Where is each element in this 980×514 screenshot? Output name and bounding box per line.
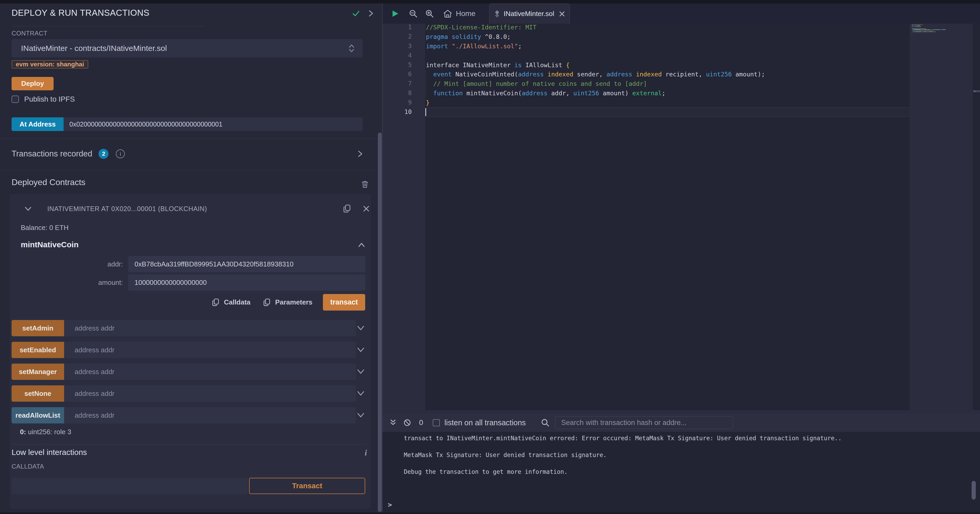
terminal-clear-icon[interactable]	[403, 419, 411, 427]
balance-label: Balance: 0 ETH	[21, 224, 68, 232]
chevron-down-icon[interactable]	[356, 347, 365, 353]
code-editor[interactable]: 12345678910 //SPDX-License-Identifier: M…	[383, 24, 980, 410]
tab-home-label: Home	[456, 10, 476, 18]
terminal-prompt[interactable]: >	[388, 501, 392, 509]
solidity-file-icon	[494, 10, 501, 18]
copy-icon	[212, 298, 220, 307]
code-lines: //SPDX-License-Identifier: MITpragma sol…	[426, 22, 911, 117]
function-name: mintNativeCoin	[21, 240, 78, 249]
function-result: 0: uint256: role 3	[20, 428, 71, 436]
contract-label: CONTRACT	[11, 30, 48, 37]
tab-home[interactable]: Home	[439, 3, 480, 24]
at-address-button[interactable]: At Address	[11, 117, 64, 131]
copy-parameters-button[interactable]: Parameters	[263, 298, 312, 307]
arg-label-amount: amount:	[11, 279, 126, 287]
arg-label-addr: addr:	[11, 260, 126, 268]
setAdmin-input[interactable]: address addr	[64, 320, 356, 336]
editor-area: Home INativeMinter.sol 12345678910 //SPD…	[383, 3, 980, 410]
result-text: uint256: role 3	[26, 428, 71, 436]
zoom-out-icon[interactable]	[409, 9, 418, 18]
transactions-count-badge: 2	[99, 149, 108, 159]
function-row-setAdmin: setAdminaddress addr	[11, 320, 365, 336]
minimap-line	[912, 28, 971, 28]
panel-title: DEPLOY & RUN TRANSACTIONS	[11, 8, 150, 18]
chevron-down-icon[interactable]	[356, 325, 365, 331]
chevron-up-icon[interactable]	[358, 241, 366, 248]
transactions-recorded-label: Transactions recorded	[11, 149, 92, 159]
panel-scrollbar[interactable]	[378, 133, 382, 512]
minimap[interactable]	[910, 24, 973, 410]
line-number: 4	[383, 51, 412, 60]
deployed-contracts-header: Deployed Contracts	[11, 178, 369, 189]
calldata-input[interactable]	[11, 478, 248, 494]
setEnabled-button[interactable]: setEnabled	[11, 342, 64, 358]
tab-file-active[interactable]: INativeMinter.sol	[489, 3, 570, 24]
close-icon[interactable]	[363, 205, 370, 213]
copy-calldata-label: Calldata	[224, 298, 250, 306]
setManager-button[interactable]: setManager	[11, 363, 64, 380]
code-line	[426, 107, 911, 117]
arg-input-amount[interactable]: 1000000000000000000	[128, 274, 365, 290]
divider	[11, 26, 204, 26]
transact-button[interactable]: transact	[323, 294, 365, 311]
terminal-log-line: MetaMask Tx Signature: User denied trans…	[404, 451, 842, 468]
editor-scrollbar[interactable]	[973, 24, 980, 410]
readAllowList-input[interactable]: address addr	[64, 407, 356, 424]
setManager-input[interactable]: address addr	[64, 363, 356, 380]
code-line: interface INativeMinter is IAllowList {	[426, 60, 911, 70]
check-icon	[352, 10, 360, 17]
low-level-transact-button[interactable]: Transact	[249, 478, 365, 494]
run-script-icon[interactable]	[391, 10, 399, 17]
terminal-area: 0 listen on all transactions Search with…	[383, 414, 980, 512]
deploy-button[interactable]: Deploy	[11, 77, 54, 90]
publish-ipfs-row: Publish to IPFS	[11, 95, 75, 103]
copy-icon[interactable]	[343, 204, 351, 213]
publish-ipfs-label: Publish to IPFS	[24, 95, 75, 103]
terminal-search-input[interactable]: Search with transaction hash or addre...	[555, 416, 733, 429]
tab-close-icon[interactable]	[557, 11, 565, 17]
copy-icon	[263, 298, 271, 307]
function-row-setManager: setManageraddress addr	[11, 363, 365, 380]
at-address-group: At Address 0x020000000000000000000000000…	[11, 117, 363, 131]
line-number: 10	[383, 107, 412, 117]
contract-select-value: INativeMinter - contracts/INativeMinter.…	[21, 44, 348, 53]
transact-action-row: Calldata Parameters transact	[11, 294, 365, 311]
contract-instance-header[interactable]: INATIVEMINTER AT 0X020...00001 (BLOCKCHA…	[14, 202, 371, 215]
zoom-in-icon[interactable]	[425, 9, 434, 18]
contract-instance-title: INATIVEMINTER AT 0X020...00001 (BLOCKCHA…	[47, 205, 207, 213]
arg-row-addr: addr: 0xB78cbAa319ffBD899951AA30D4320f58…	[11, 256, 365, 272]
readAllowList-button[interactable]: readAllowList	[11, 407, 64, 424]
home-icon	[443, 10, 452, 18]
setAdmin-button[interactable]: setAdmin	[11, 320, 64, 336]
minimap-line	[912, 29, 971, 29]
setNone-button[interactable]: setNone	[11, 386, 64, 401]
deploy-run-panel: DEPLOY & RUN TRANSACTIONS CONTRACT INati…	[0, 3, 382, 512]
chevron-down-icon[interactable]	[356, 390, 365, 397]
function-header: mintNativeCoin	[21, 240, 366, 249]
low-level-input-row: Transact	[11, 478, 365, 494]
divider	[0, 170, 382, 170]
chevron-right-icon[interactable]	[356, 150, 364, 157]
at-address-input[interactable]: 0x02000000000000000000000000000000000000…	[64, 117, 363, 131]
trash-icon[interactable]	[361, 180, 369, 189]
code-line: pragma solidity ^0.8.0;	[426, 32, 911, 41]
contract-select[interactable]: INativeMinter - contracts/INativeMinter.…	[11, 39, 363, 57]
chevron-right-icon[interactable]	[367, 10, 375, 17]
chevron-down-icon[interactable]	[356, 412, 365, 419]
editor-bottom-strip	[383, 410, 980, 414]
remix-ide-app: DEPLOY & RUN TRANSACTIONS CONTRACT INati…	[0, 0, 980, 514]
editor-scrollbar-thumb[interactable]	[973, 90, 980, 92]
minimap-code	[912, 24, 971, 35]
chevron-down-icon[interactable]	[356, 368, 365, 375]
terminal-expand-icon[interactable]	[389, 419, 397, 427]
minimap-line	[912, 32, 971, 32]
chevron-down-icon[interactable]	[24, 205, 32, 213]
low-level-header: Low level interactions i	[11, 448, 367, 458]
setEnabled-input[interactable]: address addr	[64, 342, 356, 358]
listen-transactions-checkbox[interactable]	[433, 419, 440, 426]
terminal-scrollbar-thumb[interactable]	[972, 481, 976, 500]
copy-calldata-button[interactable]: Calldata	[212, 298, 250, 307]
publish-ipfs-checkbox[interactable]	[11, 95, 19, 103]
arg-input-addr[interactable]: 0xB78cbAa319ffBD899951AA30D4320f58189383…	[128, 256, 365, 272]
setNone-input[interactable]: address addr	[64, 386, 356, 401]
